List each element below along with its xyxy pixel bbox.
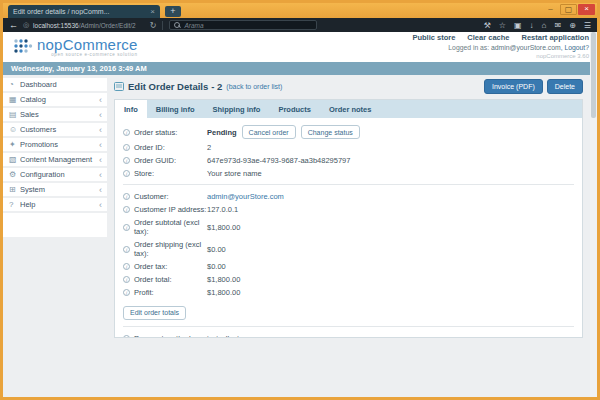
minimize-button[interactable]: – (542, 4, 559, 15)
maximize-button[interactable]: ▢ (560, 4, 577, 15)
sidebar-item-customers[interactable]: ☺Customers‹ (3, 123, 107, 138)
tab-products[interactable]: Products (269, 100, 320, 118)
chevron-icon: ‹ (99, 95, 102, 105)
sidebar-item-help[interactable]: ?Help‹ (3, 198, 107, 213)
field-row-order-shipping-excl-tax: iOrder shipping (excl tax):$0.00 (123, 240, 574, 258)
chevron-icon: ‹ (99, 200, 102, 210)
clipboard-icon[interactable]: ▣ (514, 21, 522, 30)
chevron-icon: ‹ (99, 185, 102, 195)
tab-shipping-info[interactable]: Shipping info (204, 100, 270, 118)
invoice-pdf-button[interactable]: Invoice (PDF) (484, 79, 543, 94)
help-icon: ? (9, 200, 20, 209)
field-value: $0.00 (207, 245, 226, 254)
promotions-icon: ✦ (9, 140, 20, 149)
edit-order-totals-button[interactable]: Edit order totals (123, 306, 186, 320)
field-label-text: Order ID: (134, 143, 165, 152)
field-value: Your store name (207, 169, 262, 178)
wrench-icon[interactable]: ⚒ (484, 21, 491, 30)
logo-text: nopCommerce (37, 37, 138, 52)
delete-button[interactable]: Delete (547, 79, 583, 94)
field-label: iOrder shipping (excl tax): (123, 240, 207, 258)
field-value: 2 (207, 143, 211, 152)
new-tab-button[interactable]: + (165, 6, 181, 17)
sidebar-item-sales[interactable]: ▤Sales‹ (3, 108, 107, 123)
info-icon: i (123, 170, 130, 177)
back-to-order-list-link[interactable]: (back to order list) (226, 83, 282, 90)
content-management-icon: ▧ (9, 155, 20, 164)
field-row-order-subtotal-excl-tax: iOrder subtotal (excl tax):$1,800.00 (123, 218, 574, 236)
field-label: iOrder status: (123, 128, 207, 137)
field-value-text: Pending (207, 128, 237, 137)
field-label: iPayment method: (123, 334, 207, 339)
site-identity-icon[interactable]: ◎ (23, 21, 29, 29)
sidebar-item-catalog[interactable]: ▦Catalog‹ (3, 93, 107, 108)
field-value-text: $0.00 (207, 262, 226, 271)
close-button[interactable]: × (578, 4, 595, 15)
browser-tab[interactable]: Edit order details / nopComm... × (8, 5, 160, 18)
logged-in-email: admin@yourStore.com (491, 44, 561, 51)
sidebar-item-label: Sales (20, 110, 99, 119)
page-title-suffix: - 2 (211, 81, 222, 92)
browser-titlebar: Edit order details / nopComm... × + – ▢ … (3, 3, 597, 18)
search-input[interactable]: Arama (169, 20, 317, 30)
globe-icon[interactable]: ⊕ (569, 21, 576, 30)
change-status-button[interactable]: Change status (301, 125, 360, 139)
sidebar-item-label: Catalog (20, 95, 99, 104)
reload-icon[interactable]: ↻ (150, 21, 157, 30)
clear-cache-link[interactable]: Clear cache (467, 34, 509, 43)
field-value-text[interactable]: admin@yourStore.com (207, 192, 284, 201)
field-label: iOrder GUID: (123, 156, 207, 165)
field-value-text: $1,800.00 (207, 275, 240, 284)
sidebar-item-content-management[interactable]: ▧Content Management‹ (3, 153, 107, 168)
field-label: iStore: (123, 169, 207, 178)
scrollbar-thumb[interactable] (591, 32, 596, 118)
order-details-icon (114, 82, 124, 91)
info-icon: i (123, 193, 130, 200)
field-value: $1,800.00 (207, 223, 240, 232)
field-value-text: 2 (207, 143, 211, 152)
configuration-icon: ⚙ (9, 170, 20, 179)
info-icon: i (123, 157, 130, 164)
tab-info[interactable]: Info (115, 100, 147, 118)
sidebar-item-dashboard[interactable]: ◔Dashboard (3, 78, 107, 93)
page-actions: Invoice (PDF)Delete (484, 79, 583, 94)
back-icon[interactable]: ← (9, 20, 18, 30)
field-value: iyzicollect (207, 334, 239, 339)
mail-icon[interactable]: ✉ (554, 21, 561, 30)
home-icon[interactable]: ⌂ (542, 21, 547, 30)
field-value: PendingCancel orderChange status (207, 125, 360, 139)
address-bar[interactable]: localhost:15536/Admin/Order/Edit/2 (33, 22, 136, 29)
menu-icon[interactable]: ☰ (584, 21, 591, 30)
browser-toolbar: ← ◎ localhost:15536/Admin/Order/Edit/2 ↻… (3, 18, 597, 32)
download-icon[interactable]: ↓ (530, 21, 534, 30)
sidebar-item-configuration[interactable]: ⚙Configuration‹ (3, 168, 107, 183)
scrollbar[interactable] (590, 32, 597, 397)
field-label: iCustomer IP address: (123, 205, 207, 214)
sidebar-item-system[interactable]: ⊞System‹ (3, 183, 107, 198)
public-store-link[interactable]: Public store (412, 34, 455, 43)
sidebar-item-label: Promotions (20, 140, 99, 149)
tab-close-icon[interactable]: × (150, 7, 155, 16)
field-row-order-status: iOrder status:PendingCancel orderChange … (123, 125, 574, 139)
field-value: $0.00 (207, 262, 226, 271)
field-value: $1,800.00 (207, 275, 240, 284)
restart-application-link[interactable]: Restart application (521, 34, 589, 43)
field-value-text: $0.00 (207, 245, 226, 254)
field-value-text: 127.0.0.1 (207, 205, 238, 214)
sidebar-item-promotions[interactable]: ✦Promotions‹ (3, 138, 107, 153)
app-header: nopCommerce open source e-commerce solut… (3, 32, 597, 62)
search-icon (174, 22, 180, 28)
field-row-store: iStore:Your store name (123, 169, 574, 178)
field-row-profit: iProfit:$1,800.00 (123, 288, 574, 297)
field-value: 127.0.0.1 (207, 205, 238, 214)
star-icon[interactable]: ☆ (499, 21, 506, 30)
tab-billing-info[interactable]: Billing info (147, 100, 204, 118)
cancel-order-button[interactable]: Cancel order (242, 125, 296, 139)
field-label-text: Order total: (134, 275, 172, 284)
info-icon: i (123, 224, 130, 231)
tab-order-notes[interactable]: Order notes (320, 100, 381, 118)
field-label-text: Store: (134, 169, 154, 178)
logout-link[interactable]: , Logout? (561, 44, 589, 51)
field-label-text: Profit: (134, 288, 154, 297)
field-value: 647e973d-93ae-4793-9687-aa3b48295797 (207, 156, 350, 165)
